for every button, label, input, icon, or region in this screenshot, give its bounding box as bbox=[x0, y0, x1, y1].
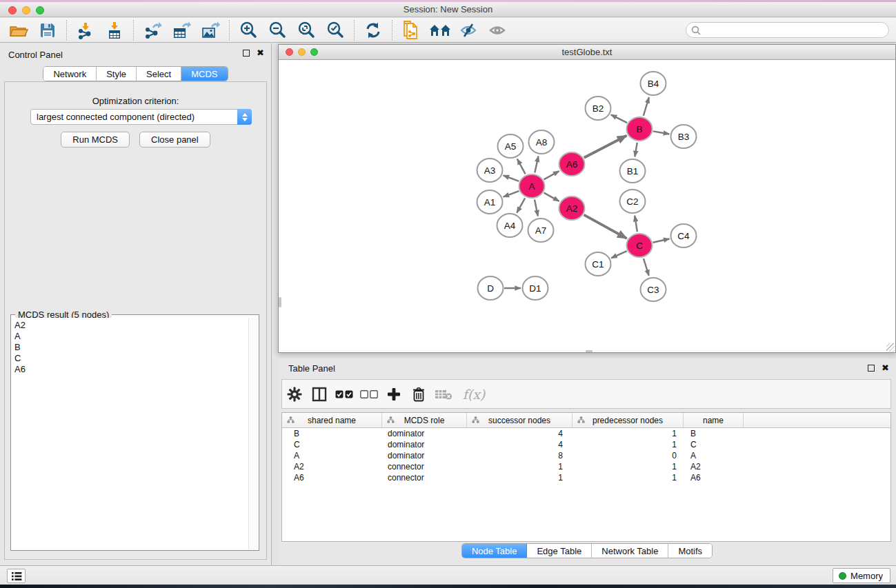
node-B4[interactable]: B4 bbox=[641, 72, 666, 95]
column-header-shared-name[interactable]: shared name bbox=[282, 413, 382, 427]
network-close-button[interactable] bbox=[286, 48, 293, 56]
node-C4[interactable]: C4 bbox=[671, 224, 697, 247]
node-A2[interactable]: A2 bbox=[559, 196, 585, 220]
tab-network[interactable]: Network bbox=[43, 67, 97, 81]
window-resize-grip[interactable] bbox=[886, 343, 895, 352]
create-column-button[interactable] bbox=[381, 383, 406, 406]
edge-C-C2[interactable] bbox=[635, 216, 637, 232]
result-item-a2[interactable]: A2 bbox=[14, 320, 248, 331]
node-A8[interactable]: A8 bbox=[529, 130, 555, 154]
import-network-button[interactable] bbox=[71, 20, 100, 41]
table-settings-button[interactable] bbox=[282, 383, 307, 406]
tab-mcds[interactable]: MCDS bbox=[181, 67, 227, 81]
node-B[interactable]: B bbox=[627, 117, 653, 141]
edge-B-B2[interactable] bbox=[611, 114, 627, 123]
zoom-in-button[interactable] bbox=[234, 20, 263, 41]
node-C3[interactable]: C3 bbox=[641, 278, 666, 301]
column-header-predecessor-nodes[interactable]: predecessor nodes bbox=[573, 413, 684, 427]
edge-A-A6[interactable] bbox=[544, 171, 559, 179]
edge-A-A1[interactable] bbox=[504, 191, 519, 197]
node-A5[interactable]: A5 bbox=[498, 134, 524, 158]
show-task-history-button[interactable] bbox=[7, 569, 26, 583]
close-table-panel-icon[interactable]: ✖ bbox=[882, 365, 889, 372]
result-item-a[interactable]: A bbox=[14, 331, 248, 342]
edge-B-B4[interactable] bbox=[644, 97, 649, 116]
float-panel-icon[interactable] bbox=[243, 50, 250, 57]
edge-A6-B[interactable] bbox=[584, 136, 627, 158]
table-row-a6[interactable]: A6connector11A6 bbox=[282, 472, 890, 483]
node-A6[interactable]: A6 bbox=[559, 152, 585, 176]
node-D1[interactable]: D1 bbox=[523, 276, 548, 300]
tab-node-table[interactable]: Node Table bbox=[462, 544, 528, 558]
tab-style[interactable]: Style bbox=[97, 67, 137, 81]
close-panel-button[interactable]: Close panel bbox=[139, 132, 210, 148]
network-hscroll-thumb[interactable] bbox=[586, 350, 593, 352]
edge-A-A4[interactable] bbox=[517, 198, 525, 212]
table-row-a2[interactable]: A2connector11A2 bbox=[282, 461, 890, 472]
node-A4[interactable]: A4 bbox=[497, 214, 523, 237]
column-header-successor-nodes[interactable]: successor nodes bbox=[467, 413, 573, 427]
delete-column-button[interactable] bbox=[406, 383, 431, 406]
result-item-b[interactable]: B bbox=[14, 342, 248, 353]
tab-motifs[interactable]: Motifs bbox=[668, 544, 712, 558]
network-vscroll-thumb[interactable] bbox=[279, 297, 281, 307]
network-canvas[interactable]: B4B2BB3A5A8A6A3B1AA1C2A2A4A7C4CC1C3DD1 bbox=[279, 61, 895, 352]
export-image-button[interactable] bbox=[196, 20, 225, 41]
node-A7[interactable]: A7 bbox=[528, 219, 554, 242]
deselect-all-rows-button[interactable] bbox=[357, 383, 381, 406]
zoom-fit-button[interactable] bbox=[292, 20, 321, 41]
home-views-button[interactable] bbox=[426, 20, 455, 41]
node-A1[interactable]: A1 bbox=[477, 190, 503, 214]
tab-edge-table[interactable]: Edge Table bbox=[527, 544, 592, 558]
table-row-a[interactable]: Adominator80A bbox=[282, 450, 890, 461]
node-B3[interactable]: B3 bbox=[671, 125, 697, 148]
network-zoom-button[interactable] bbox=[310, 48, 318, 56]
edge-A2-C[interactable] bbox=[584, 215, 627, 239]
search-input[interactable] bbox=[704, 26, 888, 35]
zoom-window-button[interactable] bbox=[36, 6, 44, 14]
node-C1[interactable]: C1 bbox=[586, 252, 611, 276]
edge-C-C1[interactable] bbox=[611, 251, 627, 258]
node-A3[interactable]: A3 bbox=[477, 159, 503, 182]
tab-network-table[interactable]: Network Table bbox=[592, 544, 668, 558]
zoom-selected-button[interactable] bbox=[321, 20, 350, 41]
node-B2[interactable]: B2 bbox=[586, 97, 611, 120]
table-row-b[interactable]: Bdominator41B bbox=[282, 428, 890, 439]
node-D[interactable]: D bbox=[478, 276, 504, 300]
edge-A-A8[interactable] bbox=[535, 156, 538, 173]
export-network-button[interactable] bbox=[138, 20, 167, 41]
edge-A-A5[interactable] bbox=[517, 159, 526, 174]
clone-network-button[interactable] bbox=[397, 20, 426, 41]
optimization-criterion-dropdown[interactable]: largest connected component (directed) bbox=[30, 109, 252, 125]
result-scrollbar[interactable] bbox=[248, 318, 258, 549]
column-header-name[interactable]: name bbox=[684, 413, 744, 427]
import-table-button[interactable] bbox=[100, 20, 129, 41]
edge-C-C3[interactable] bbox=[644, 258, 649, 276]
result-item-a6[interactable]: A6 bbox=[14, 364, 248, 375]
float-table-panel-icon[interactable] bbox=[868, 365, 875, 372]
close-panel-icon[interactable]: ✖ bbox=[257, 50, 264, 57]
export-table-button[interactable] bbox=[167, 20, 196, 41]
close-window-button[interactable] bbox=[8, 6, 17, 14]
edge-A-A2[interactable] bbox=[544, 193, 559, 201]
hide-graphics-details-button[interactable] bbox=[455, 20, 484, 41]
memory-button[interactable]: Memory bbox=[833, 568, 890, 583]
show-graphics-details-button[interactable] bbox=[484, 20, 512, 41]
run-mcds-button[interactable]: Run MCDS bbox=[61, 132, 130, 148]
show-column-panel-button[interactable] bbox=[307, 383, 332, 406]
edge-C-C4[interactable] bbox=[653, 239, 670, 242]
refresh-view-button[interactable] bbox=[359, 20, 388, 41]
tab-select[interactable]: Select bbox=[137, 67, 181, 81]
network-minimize-button[interactable] bbox=[298, 48, 306, 56]
node-C[interactable]: C bbox=[627, 234, 653, 257]
edge-A-A7[interactable] bbox=[535, 200, 538, 216]
edge-B-B1[interactable] bbox=[635, 143, 637, 157]
minimize-window-button[interactable] bbox=[22, 6, 30, 14]
node-C2[interactable]: C2 bbox=[620, 190, 646, 213]
select-all-rows-button[interactable] bbox=[332, 383, 357, 406]
search-field[interactable] bbox=[686, 22, 889, 38]
open-session-button[interactable] bbox=[4, 20, 33, 41]
save-session-button[interactable] bbox=[33, 20, 62, 41]
result-item-c[interactable]: C bbox=[14, 353, 248, 364]
column-header-MCDS-role[interactable]: MCDS role bbox=[382, 413, 467, 427]
